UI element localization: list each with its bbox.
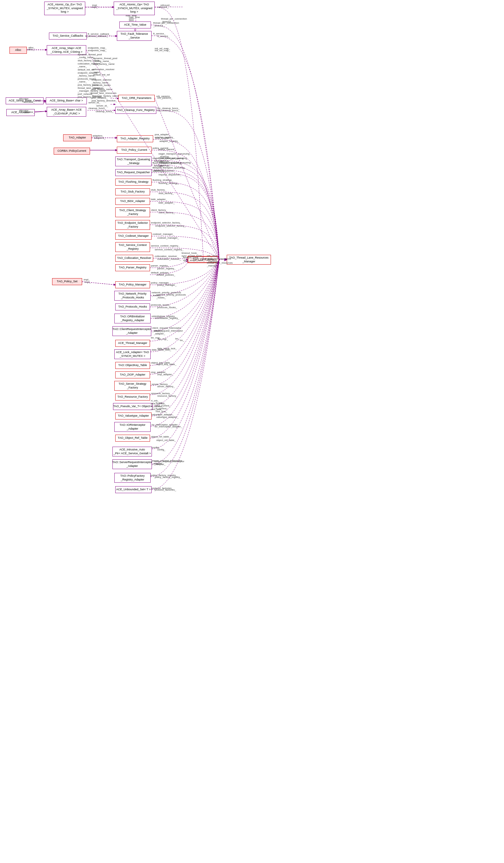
node-tao_policy_manager: TAO_Policy_Manager — [115, 282, 150, 288]
node-tao_fault_tolerance_service: TAO_Fault_Tolerance_Service — [117, 31, 152, 41]
node-tao_transport_queueing_strategy: TAO::Transport_Queueing_Strategy — [115, 157, 152, 166]
edge-label-54: server_factory_ — [157, 385, 175, 388]
node-ace_lock_adapter: ACE_Lock_Adapter< TAO_SYNCH_MUTEX > — [114, 349, 151, 359]
edge-label-5: ft_service_callback_ — [85, 35, 108, 38]
node-ace_array_base: ACE_Array_Base< ACE_CLEANUP_FUNC > — [47, 107, 86, 117]
edge-label-57: valuetype_adapter_ — [156, 416, 178, 418]
edge-label-38: timeout_hook_sync_scope_hook_ — [183, 256, 205, 262]
edge-label-62: policy_factory_registry_ — [155, 476, 181, 479]
edge-label-64: allocator_ — [24, 101, 35, 103]
node-tao_adapter: TAO_Adapter — [63, 134, 92, 141]
edge-label-36: codeset_manager_ — [157, 236, 179, 239]
node-tao_client_strategy_factory: TAO_Client_Strategy_Factory — [115, 208, 150, 217]
edge-label-43: impl_ — [85, 281, 91, 284]
edge-label-32: stub_factory_ — [158, 192, 174, 195]
edge-label-16: poa_factory_name — [92, 88, 113, 91]
edge-label-59: object_ref_table_ — [156, 439, 176, 442]
edge-label-58: ior_interceptor_adapter_ — [155, 425, 182, 428]
edge-label-4: thread_per_connection_timeout_ — [161, 17, 187, 23]
node-ace_atomic_op_ex_tao: ACE_Atomic_Op_Ex< TAO_SYNCH_MUTEX, unsig… — [44, 2, 85, 15]
edge-label-25: adapter_registry_ — [159, 140, 179, 142]
edge-label-51: data_block_lock_ — [157, 347, 177, 350]
node-tao_cleanup_func_registry: TAO_Cleanup_Func_Registry — [115, 107, 156, 114]
node-tao_service_context_registry: TAO_Service_Context_Registry — [115, 242, 150, 252]
edge-label-1: refcount_ — [158, 6, 168, 9]
node-ace_unbounded_set: ACE_Unbounded_Set< T > — [115, 486, 152, 493]
edge-label-50: tm_ — [180, 339, 184, 342]
edge-label-10: dynamic_thread_pool_config_name_ — [93, 57, 117, 63]
node-tao_protocols_hooks: TAO_Protocols_Hooks — [115, 303, 150, 310]
node-tao_thread_lane_resources_manager: TAO_Thread_Lane_Resources_Manager — [227, 255, 271, 265]
node-corba_policycurrent: CORBA::PolicyCurrent — [54, 148, 90, 154]
edge-label-42: orb_core_thread_lane_resources_manager_ — [207, 259, 233, 267]
edge-label-34: client_factory_ — [158, 211, 175, 214]
edge-label-24: poa_adapter_ — [155, 137, 171, 139]
node-ace_thread_manager: ACE_Thread_Manager — [115, 340, 150, 347]
svg-line-7 — [35, 111, 47, 112]
diagram-container: ACE_Atomic_Op_Ex< TAO_SYNCH_MUTEX, unsig… — [0, 0, 504, 863]
edge-label-46: protocols_hooks_ — [157, 306, 177, 309]
node-tao_valuetype_adapter: TAO_Valuetype_Adapter — [115, 413, 152, 420]
edge-label-20: server_id_ — [96, 104, 108, 107]
edge-label-12: collocation_resolver_name_ — [92, 68, 115, 74]
node-tao_server_strategy_factory: TAO_Server_Strategy_Factory — [114, 381, 151, 391]
node-tao_policy_current: TAO_Policy_Current — [117, 147, 152, 154]
node-tao_policyfactory_registry_adapter: TAO::PolicyFactory_Registry_Adapter — [114, 473, 151, 483]
node-tao_endpoint_selector_factory: TAO_Endpoint_Selector_Factory — [115, 220, 150, 230]
edge-label-37: service_context_registry_ — [155, 248, 183, 251]
node-tao_ziop_adapter: TAO_ZIOP_Adapter — [115, 372, 150, 378]
node-tao_parser_registry: TAO_Parser_Registry — [115, 264, 150, 271]
diagram-arrows — [0, 0, 504, 863]
edge-label-56: rt_orb_poa_current_rt_current_root_poa_ — [156, 401, 170, 413]
edge-label-52: object_key_table_ — [156, 363, 177, 366]
edge-label-45: network_priority_protocols_hooks_ — [156, 293, 186, 299]
node-tao_orb_parameters: TAO_ORB_Parameters — [118, 95, 155, 102]
edge-label-3: zero — [129, 19, 134, 22]
edge-label-63: protocol_factories_ — [155, 488, 176, 491]
node-alloc: Alloc — [10, 47, 27, 54]
edge-label-2: max_time — [129, 16, 140, 18]
edge-label-7: alloc_ — [28, 48, 35, 51]
edge-label-8: endpoints_map_ — [88, 49, 106, 52]
edge-label-31: flushing_strategy_ — [158, 182, 179, 185]
node-ace_intrusive_auto_ptr: ACE_Intrusive_Auto_Ptr< ACE_Service_Gest… — [113, 447, 152, 456]
edge-label-47: orbinitializer_registry_ — [155, 317, 179, 320]
edge-label-22: cleanup_funcs_ — [96, 110, 113, 113]
edge-label-49: thr_mgr_ — [158, 338, 168, 340]
edge-label-18: pref_network_poa_factory_directive_ — [92, 97, 117, 102]
node-tao_policy_set: TAO_Policy_Set — [52, 278, 82, 285]
node-ace_time_value: ACE_Time_Value — [119, 22, 151, 28]
edge-label-9: init_ref_map_ — [155, 49, 170, 52]
node-tao_resource_factory: TAO_Resource_Factory — [115, 393, 150, 401]
node-ace_array_map: ACE_Array_Map< ACE_CString, ACE_CString … — [47, 45, 86, 55]
node-ace_atomic_op_tao2: ACE_Atomic_Op< TAO_SYNCH_MUTEX, unsigned… — [114, 2, 155, 15]
node-tao_collocation_resolver: TAO_Collocation_Resolver — [115, 255, 153, 262]
node-tao_serverrequestinterceptor_adapter: TAO::ServerRequestInterceptor_Adapter — [113, 459, 152, 469]
edge-label-23: adapters_ — [94, 137, 105, 139]
edge-label-53: ziop_adapter_ — [157, 373, 173, 376]
node-tao_service_callbacks: TAO_Service_Callbacks — [49, 33, 87, 39]
node-tao_network_priority_protocols_hooks: TAO_Network_Priority_Protocols_Hooks — [114, 291, 151, 301]
node-tao_bidir_adapter: TAO_BiDir_Adapter — [115, 198, 150, 205]
edge-label-13: default_init_ref — [93, 73, 109, 76]
node-tao_codeset_manager: TAO_Codeset_Manager — [115, 233, 152, 240]
node-tao_clientrequestinterceptor_adapter: TAO::ClientRequestInterceptor_Adapter — [113, 326, 151, 336]
node-tao_pseudo_var: TAO_Pseudo_Var_T< Object > — [113, 403, 153, 410]
edge-label-30: request_dispatcher_ — [158, 173, 182, 176]
node-tao_objectkey_table: TAO::ObjectKey_Table — [115, 362, 150, 369]
node-tao_iorinterceptor_adapter: TAO::IORInterceptor_Adapter — [114, 422, 151, 432]
edge-label-44: policy_manager_ — [157, 284, 177, 286]
node-tao_object_ref_table: TAO_Object_Ref_Table — [115, 435, 150, 442]
edge-label-60: config_ — [157, 448, 166, 451]
edge-label-39: collocation_resolver_ — [157, 258, 181, 261]
node-ace_string_base: ACE_String_Base< char > — [46, 97, 87, 104]
edge-label-41: default_policies_ — [156, 273, 175, 276]
edge-label-48: client_request_interceptor_adapter_ — [154, 329, 183, 335]
node-tao_stub_factory: TAO_Stub_Factory — [115, 188, 150, 195]
edge-label-55: resource_factory_ — [157, 395, 178, 397]
node-tao_flushing_strategy: TAO_Flushing_Strategy — [115, 179, 152, 186]
edge-label-11: stub_factory_name — [93, 63, 115, 65]
edge-label-35: endpoint_selector_factory_ — [155, 224, 186, 227]
edge-label-14: endpoint_selector_factory_name_ — [92, 78, 112, 84]
edge-label-65: allocator_ — [24, 111, 35, 113]
